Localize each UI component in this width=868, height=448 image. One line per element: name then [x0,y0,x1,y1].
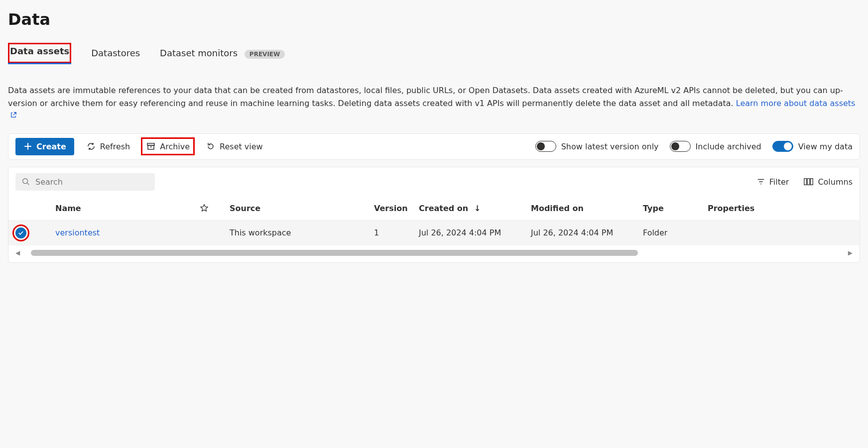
reset-label: Reset view [220,142,263,151]
reset-view-button[interactable]: Reset view [203,138,266,154]
toggle-show-latest[interactable] [535,141,556,152]
row-name-link[interactable]: versiontest [55,228,200,237]
toggle-include-archived-label: Include archived [696,142,761,151]
archive-icon [146,141,156,151]
svg-rect-4 [808,179,810,185]
plus-icon [23,142,32,151]
svg-rect-5 [811,179,813,185]
col-name[interactable]: Name [55,204,200,213]
refresh-label: Refresh [100,142,130,151]
col-version[interactable]: Version [374,204,419,213]
learn-more-label: Learn more about data assets [736,99,856,108]
description-text: Data assets are immutable references to … [8,70,860,128]
table-row[interactable]: versiontest This workspace 1 Jul 26, 202… [8,221,860,245]
row-modified: Jul 26, 2024 4:04 PM [531,228,643,237]
scroll-right-icon[interactable]: ▶ [848,249,853,256]
description-body: Data assets are immutable references to … [8,86,843,108]
tab-dataset-monitors[interactable]: Dataset monitors PREVIEW [160,45,285,61]
col-modified[interactable]: Modified on [531,204,643,213]
svg-rect-1 [148,145,154,149]
col-properties[interactable]: Properties [708,204,752,213]
create-button[interactable]: Create [15,138,74,155]
col-created-label: Created on [419,204,468,213]
archive-label: Archive [160,142,190,151]
tab-dataset-monitors-label: Dataset monitors [160,48,238,58]
svg-rect-3 [804,179,807,185]
horizontal-scrollbar[interactable]: ◀ ▶ [8,245,860,256]
refresh-button[interactable]: Refresh [83,138,133,154]
toggle-view-my-data-label: View my data [798,142,853,151]
toggle-include-archived[interactable] [670,141,691,152]
col-favorite[interactable] [200,204,230,213]
star-icon [200,204,230,213]
row-checkbox[interactable] [15,227,26,238]
scroll-thumb[interactable] [31,250,637,256]
data-grid: Name Source Version Created on ↓ Modifie… [8,197,860,245]
preview-badge: PREVIEW [245,50,285,59]
toggle-show-latest-label: Show latest version only [561,142,659,151]
tab-row: Data assets Datastores Dataset monitors … [8,43,860,70]
page-title: Data [8,0,860,43]
scroll-left-icon[interactable]: ◀ [15,249,20,256]
columns-icon [804,177,814,186]
row-version: 1 [374,228,419,237]
archive-button[interactable]: Archive [142,138,194,154]
reset-icon [206,141,216,151]
grid-header-row: Name Source Version Created on ↓ Modifie… [8,197,860,221]
col-type[interactable]: Type [643,204,708,213]
filter-label: Filter [769,177,789,187]
row-source: This workspace [230,228,374,237]
sort-desc-icon: ↓ [474,204,481,213]
filter-button[interactable]: Filter [756,177,789,187]
refresh-icon [86,141,96,151]
toolbar: Create Refresh Archive Reset view [8,133,860,160]
search-icon [21,177,30,186]
col-created[interactable]: Created on ↓ [419,204,531,213]
filter-icon [756,177,765,186]
svg-point-2 [23,179,28,184]
search-box[interactable] [15,173,155,191]
tab-datastores[interactable]: Datastores [91,45,140,61]
columns-label: Columns [818,177,853,187]
col-source[interactable]: Source [230,204,374,213]
search-input[interactable] [35,177,149,187]
create-label: Create [36,142,66,151]
checkmark-icon [18,230,24,236]
row-type: Folder [643,228,708,237]
tab-data-assets[interactable]: Data assets [8,43,71,63]
external-link-icon [10,111,17,120]
table-panel: Filter Columns Name Sourc [8,167,860,263]
columns-button[interactable]: Columns [804,177,853,187]
toggle-view-my-data[interactable] [772,141,793,152]
row-created: Jul 26, 2024 4:04 PM [419,228,531,237]
